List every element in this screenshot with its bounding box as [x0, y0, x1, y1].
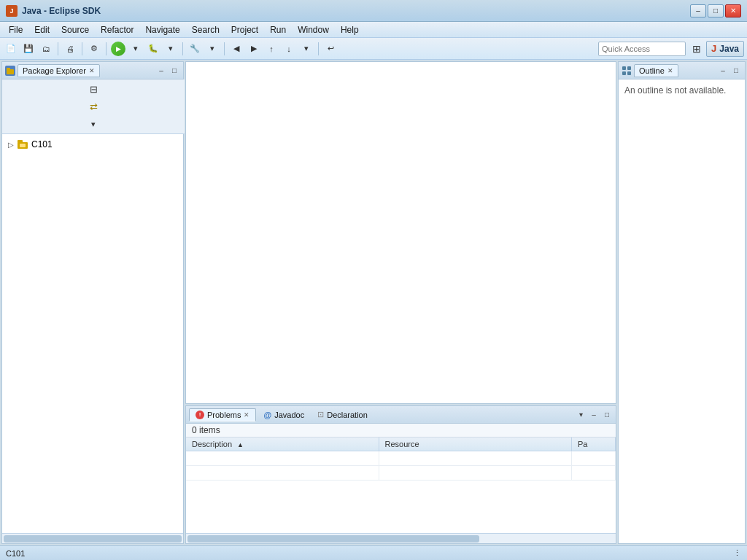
maximize-button[interactable]: □ [708, 4, 724, 18]
run-dropdown[interactable]: ▾ [128, 41, 144, 57]
debug-dropdown[interactable]: ▾ [163, 41, 179, 57]
cell-desc [186, 466, 379, 480]
outline-minimize[interactable]: – [717, 65, 729, 77]
prev-edit-button[interactable]: ◀ [228, 41, 244, 57]
tb-sep-4 [182, 42, 183, 55]
debug-button[interactable]: 🐛 [145, 41, 161, 57]
package-explorer-controls: – □ [155, 65, 180, 77]
project-name: C101 [31, 139, 53, 149]
nav-dropdown[interactable]: ▾ [298, 41, 314, 57]
last-edit-button[interactable]: ↩ [322, 41, 338, 57]
editor-area[interactable] [185, 61, 616, 404]
outline-tab[interactable]: Outline ✕ [634, 64, 678, 77]
outline-empty-message: An outline is not available. [624, 85, 726, 96]
new-button[interactable]: 📄 [3, 41, 19, 57]
problems-tab-close[interactable]: ✕ [244, 411, 249, 419]
menu-refactor[interactable]: Refactor [95, 23, 139, 36]
tb-sep-6 [318, 42, 319, 55]
package-explorer-icon [5, 66, 15, 76]
view-menu-button[interactable]: ▾ [85, 116, 101, 132]
problems-table-rows [186, 451, 616, 533]
bottom-h-scroll-thumb[interactable] [187, 535, 479, 542]
minimize-panel-button[interactable]: – [155, 65, 167, 77]
col-resource[interactable]: Resource [379, 438, 573, 451]
menu-source[interactable]: Source [55, 23, 95, 36]
java-perspective-button[interactable]: J Java [706, 41, 744, 57]
col-description-label: Description [192, 440, 232, 448]
title-bar: J Java - Eclipse SDK – □ ✕ [0, 0, 747, 22]
quick-access-input[interactable] [598, 42, 686, 56]
bottom-h-scrollbar[interactable] [186, 533, 616, 543]
outline-maximize[interactable]: □ [730, 65, 742, 77]
col-description[interactable]: Description ▲ [186, 438, 379, 451]
java-perspective-icon: J [711, 43, 716, 54]
center-panel: ! Problems ✕ @ Javadoc ⊡ Declaration ▾ – [185, 61, 616, 544]
outline-content: An outline is not available. [619, 79, 745, 543]
tab-problems-label: Problems [207, 411, 241, 419]
javadoc-icon: @ [263, 411, 271, 419]
declaration-icon: ⊡ [317, 410, 324, 419]
main-area: Package Explorer ✕ – □ ⊟ ⇄ ▾ ▷ [0, 60, 747, 545]
menu-navigate[interactable]: Navigate [139, 23, 185, 36]
svg-rect-6 [627, 66, 631, 70]
package-explorer-header: Package Explorer ✕ – □ [2, 62, 183, 79]
maximize-panel-button[interactable]: □ [169, 65, 180, 77]
menu-help[interactable]: Help [335, 23, 365, 36]
next-annotation-button[interactable]: ↓ [281, 41, 297, 57]
open-perspective-button[interactable]: ⊞ [689, 41, 705, 57]
pkg-h-scrollbar[interactable] [2, 533, 183, 543]
tb-sep-3 [106, 42, 107, 55]
next-edit-button[interactable]: ▶ [246, 41, 262, 57]
package-explorer-close[interactable]: ✕ [89, 67, 95, 74]
bottom-tabs-header: ! Problems ✕ @ Javadoc ⊡ Declaration ▾ – [185, 405, 616, 423]
package-explorer-panel: Package Explorer ✕ – □ ⊟ ⇄ ▾ ▷ [1, 61, 184, 544]
outline-close[interactable]: ✕ [667, 67, 673, 74]
status-bar: C101 ⋮ [0, 545, 747, 560]
col-resource-label: Resource [385, 440, 419, 448]
svg-rect-4 [20, 144, 26, 147]
link-with-editor-button[interactable]: ⇄ [85, 98, 101, 114]
bottom-panel-controls: ▾ – □ [575, 409, 613, 421]
tab-javadoc[interactable]: @ Javadoc [258, 409, 310, 421]
menu-bar: File Edit Source Refactor Navigate Searc… [0, 22, 747, 38]
external-tools-dropdown[interactable]: ▾ [204, 41, 220, 57]
svg-rect-3 [18, 140, 23, 143]
svg-rect-1 [7, 68, 10, 70]
bottom-maximize[interactable]: □ [601, 409, 613, 421]
cell-path [572, 451, 616, 465]
menu-search[interactable]: Search [186, 23, 225, 36]
prev-annotation-button[interactable]: ↑ [263, 41, 279, 57]
tab-problems[interactable]: ! Problems ✕ [189, 408, 256, 421]
print-button[interactable]: 🖨 [62, 41, 78, 57]
run-button[interactable]: ▶ [110, 41, 126, 57]
window-title: Java - Eclipse SDK [22, 6, 101, 16]
bottom-minimize[interactable]: – [588, 409, 600, 421]
col-path[interactable]: Pa [572, 438, 616, 451]
title-bar-controls: – □ ✕ [690, 4, 741, 18]
sort-indicator: ▲ [237, 441, 244, 448]
bottom-view-menu[interactable]: ▾ [575, 409, 587, 421]
cell-resource [379, 466, 573, 480]
tab-declaration[interactable]: ⊡ Declaration [311, 408, 374, 421]
outline-tab-label: Outline [639, 66, 665, 75]
title-bar-left: J Java - Eclipse SDK [6, 5, 101, 17]
outline-icon [622, 66, 632, 76]
package-explorer-tab[interactable]: Package Explorer ✕ [18, 64, 100, 77]
save-button[interactable]: 💾 [20, 41, 36, 57]
build-button[interactable]: ⚙ [86, 41, 102, 57]
menu-edit[interactable]: Edit [28, 23, 55, 36]
menu-run[interactable]: Run [264, 23, 292, 36]
project-item-c101[interactable]: ▷ C101 [2, 137, 183, 152]
pkg-h-scroll-thumb[interactable] [4, 535, 182, 542]
menu-file[interactable]: File [3, 23, 28, 36]
outline-panel: Outline ✕ – □ An outline is not availabl… [618, 61, 746, 544]
external-tools-button[interactable]: 🔧 [187, 41, 203, 57]
save-all-button[interactable]: 🗂 [38, 41, 54, 57]
menu-project[interactable]: Project [225, 23, 264, 36]
col-path-label: Pa [578, 440, 587, 448]
collapse-all-button[interactable]: ⊟ [85, 81, 101, 97]
menu-window[interactable]: Window [292, 23, 335, 36]
close-button[interactable]: ✕ [725, 4, 741, 18]
minimize-button[interactable]: – [690, 4, 706, 18]
app-icon: J [6, 5, 18, 17]
